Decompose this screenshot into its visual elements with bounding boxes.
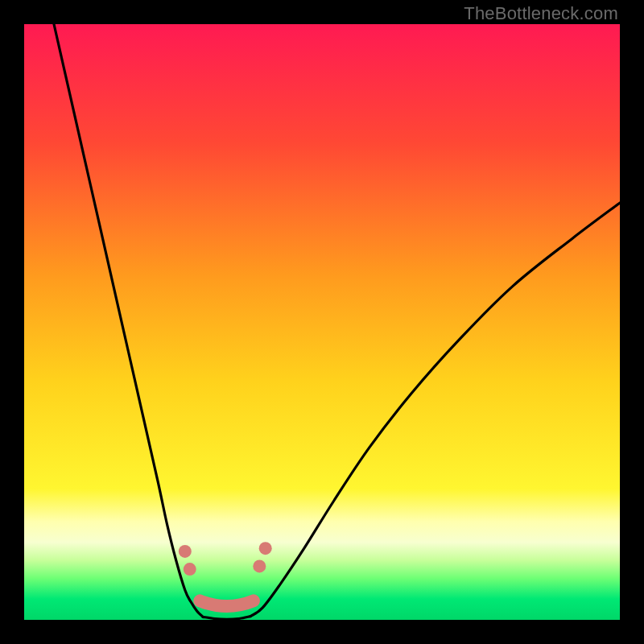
- plot-area: [24, 24, 620, 620]
- chart-frame: TheBottleneck.com: [0, 0, 644, 644]
- marker-dots: [179, 542, 272, 576]
- chart-curves: [24, 24, 620, 620]
- marker-dot: [259, 542, 272, 555]
- curve-right-branch: [250, 203, 620, 617]
- curve-left-branch: [54, 24, 203, 617]
- marker-dot: [179, 545, 192, 558]
- marker-dot: [184, 563, 196, 576]
- curve-valley-floor: [203, 617, 250, 620]
- marker-dot: [253, 559, 266, 572]
- marker-valley-segment: [200, 601, 254, 606]
- watermark-label: TheBottleneck.com: [464, 3, 618, 24]
